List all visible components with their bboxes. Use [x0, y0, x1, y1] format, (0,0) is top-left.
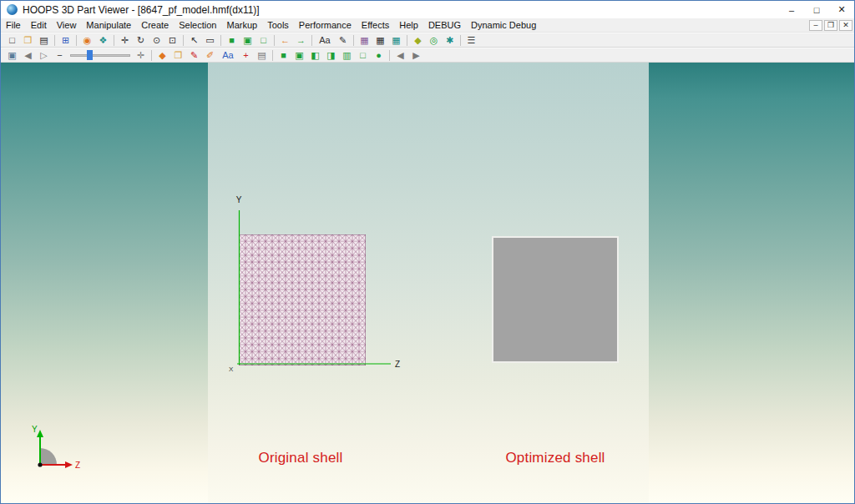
toolbar-separator	[76, 35, 77, 46]
optimized-shell[interactable]	[492, 236, 619, 363]
step-back-button[interactable]: ◀	[20, 48, 36, 62]
prev-view-button[interactable]: ◀	[392, 48, 408, 62]
pan-button[interactable]: ✛	[117, 33, 133, 47]
menu-markup[interactable]: Markup	[221, 19, 262, 31]
minimize-button[interactable]: –	[779, 1, 804, 18]
text-button[interactable]: Aa	[315, 33, 335, 47]
menu-manipulate[interactable]: Manipulate	[81, 19, 136, 31]
zoom-window-button[interactable]: ⊡	[164, 33, 180, 47]
render-shaded-edges-button[interactable]: ▣	[291, 48, 307, 62]
next-view-button[interactable]: ▶	[408, 48, 424, 62]
3d-viewport[interactable]: Y Z X Original shell Optimized shell Y Z	[1, 63, 854, 503]
play-button[interactable]: ▷	[36, 48, 52, 62]
toolbar-main: □ ❐ ▤ ⊞ ◉ ❖ ✛ ↻ ⊙ ⊡ ↖ ▭ ■ ▣ □ ← → Aa ✎ ▦…	[1, 33, 854, 48]
cube-solid-button[interactable]: ■	[224, 33, 240, 47]
triad-y-arrowhead	[37, 430, 43, 437]
toolbar-separator	[114, 35, 114, 46]
markup-text-button[interactable]: Aa	[218, 48, 238, 62]
pencil-button[interactable]: ✎	[335, 33, 351, 47]
toolbar-separator	[54, 35, 55, 46]
zoom-slider[interactable]	[70, 49, 130, 61]
target-button[interactable]: ◎	[426, 33, 442, 47]
render-wireframe-button[interactable]: □	[355, 48, 371, 62]
markup-pen-button[interactable]: ✎	[186, 48, 202, 62]
original-shell-mesh[interactable]	[239, 234, 366, 365]
mesh-fine-button[interactable]: ▦	[357, 33, 372, 47]
toolbar-separator	[272, 50, 273, 61]
original-shell-label: Original shell	[230, 450, 372, 466]
mdi-close-button[interactable]: ✕	[839, 20, 852, 31]
undo-view-button[interactable]: ←	[277, 33, 293, 47]
select-rect-button[interactable]: ▭	[202, 33, 218, 47]
orientation-triad: Y Z	[6, 421, 106, 492]
menu-edit[interactable]: Edit	[26, 19, 52, 31]
triad-quarter-disc	[40, 448, 57, 465]
annotations-button[interactable]: ◉	[79, 33, 95, 47]
render-shaded-button[interactable]: ■	[276, 48, 291, 62]
app-window: HOOPS 3D Part Viewer - [8647_pf_model.hm…	[0, 0, 855, 504]
select-button[interactable]: ↖	[186, 33, 202, 47]
fit-button[interactable]: ✛	[133, 48, 149, 62]
app-icon	[7, 4, 18, 15]
toolbar-secondary: ▣ ◀ ▷ − ✛ ◆ ❐ ✎ ✐ Aa + ▤ ■ ▣ ◧ ◨ ▥ □ ● ◀…	[1, 48, 854, 63]
title-bar: HOOPS 3D Part Viewer - [8647_pf_model.hm…	[1, 1, 854, 18]
orbit-button[interactable]: ↻	[133, 33, 149, 47]
menu-create[interactable]: Create	[136, 19, 174, 31]
toolbar-separator	[460, 35, 461, 46]
markup-shape-button[interactable]: ◆	[154, 48, 170, 62]
materials-button[interactable]: ❖	[95, 33, 111, 47]
mdi-restore-button[interactable]: ❐	[824, 20, 837, 31]
menu-file[interactable]: File	[1, 19, 26, 31]
snapshot-button[interactable]: ▣	[4, 48, 20, 62]
mesh-svg	[239, 234, 366, 365]
render-half-right-button[interactable]: ◨	[323, 48, 339, 62]
menu-view[interactable]: View	[52, 19, 82, 31]
render-sphere-button[interactable]: ●	[371, 48, 387, 62]
new-file-button[interactable]: □	[4, 33, 20, 47]
optimized-shell-label: Optimized shell	[484, 450, 626, 466]
toolbar-separator	[353, 35, 354, 46]
window-controls: – □ ✕	[779, 1, 854, 18]
print-button[interactable]: ▤	[36, 33, 52, 47]
zoom-slider-track	[70, 54, 130, 57]
render-half-left-button[interactable]: ◧	[307, 48, 323, 62]
redo-view-button[interactable]: →	[293, 33, 309, 47]
mdi-minimize-button[interactable]: –	[809, 20, 822, 31]
smooth-button[interactable]: ✱	[442, 33, 458, 47]
menu-dynamic-debug[interactable]: Dynamic Debug	[466, 19, 541, 31]
triad-origin-dot	[38, 462, 42, 466]
menu-selection[interactable]: Selection	[174, 19, 221, 31]
render-lined-button[interactable]: ▥	[339, 48, 355, 62]
toolbar-separator	[220, 35, 221, 46]
zoom-out-button[interactable]: −	[52, 48, 68, 62]
window-title: HOOPS 3D Part Viewer - [8647_pf_model.hm…	[23, 4, 779, 16]
mesh-medium-button[interactable]: ▦	[372, 33, 388, 47]
triad-label-y: Y	[32, 425, 38, 434]
menu-help[interactable]: Help	[394, 19, 423, 31]
markup-folder-button[interactable]: ❐	[170, 48, 186, 62]
menu-bar: File Edit View Manipulate Create Selecti…	[1, 18, 854, 33]
menu-tools[interactable]: Tools	[262, 19, 294, 31]
close-button[interactable]: ✕	[829, 1, 854, 18]
menu-debug[interactable]: DEBUG	[423, 19, 466, 31]
open-file-button[interactable]: ❐	[20, 33, 36, 47]
zoom-slider-thumb[interactable]	[87, 50, 93, 60]
menu-performance[interactable]: Performance	[294, 19, 357, 31]
triad-label-z: Z	[75, 461, 80, 470]
cube-hidden-line-button[interactable]: ▣	[240, 33, 255, 47]
cube-wireframe-button[interactable]: □	[255, 33, 271, 47]
maximize-button[interactable]: □	[804, 1, 829, 18]
toolbar-separator	[389, 50, 390, 61]
zoom-button[interactable]: ⊙	[149, 33, 164, 47]
vertex-button[interactable]: ◆	[410, 33, 426, 47]
markup-note-button[interactable]: ▤	[254, 48, 270, 62]
toolbar-separator	[311, 35, 312, 46]
view-grid-button[interactable]: ⊞	[58, 33, 73, 47]
triad-z-arrowhead	[65, 461, 73, 468]
menu-effects[interactable]: Effects	[357, 19, 394, 31]
list-button[interactable]: ☰	[463, 33, 479, 47]
markup-highlight-button[interactable]: ✐	[202, 48, 218, 62]
mesh-coarse-button[interactable]: ▦	[388, 33, 404, 47]
toolbar-separator	[274, 35, 275, 46]
markup-add-button[interactable]: +	[238, 48, 254, 62]
